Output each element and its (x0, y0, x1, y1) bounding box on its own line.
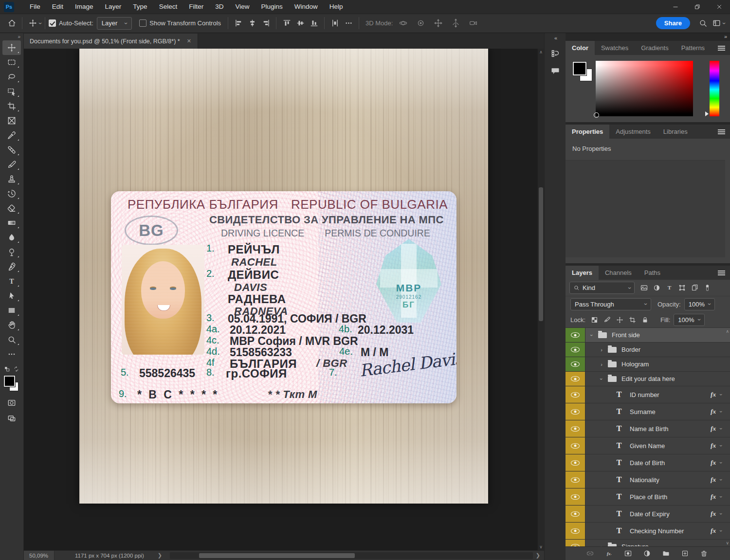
foreground-color[interactable] (4, 376, 15, 387)
align-bottom-icon[interactable] (307, 17, 321, 30)
layer-effects-icon[interactable]: fx (711, 493, 716, 501)
more-options-icon[interactable] (342, 17, 355, 30)
menu-file[interactable]: File (24, 0, 46, 14)
color-panel-menu-icon[interactable] (718, 48, 725, 49)
layer-effects-icon[interactable]: fx (711, 510, 716, 518)
shape-filter-icon[interactable] (676, 282, 688, 294)
brush-tool[interactable] (2, 157, 21, 172)
tab-color[interactable]: Color (566, 41, 595, 55)
lock-paint-icon[interactable] (602, 314, 612, 325)
type-filter-icon[interactable]: T (663, 282, 675, 294)
auto-select-target-dropdown[interactable]: Layer› (97, 17, 132, 30)
type-tool[interactable]: T (2, 274, 21, 289)
menu-select[interactable]: Select (153, 0, 183, 14)
expand-effects-icon[interactable]: › (718, 462, 724, 464)
auto-select-checkbox[interactable] (49, 19, 56, 27)
vertical-scroll-thumb[interactable] (539, 187, 543, 321)
pen-tool[interactable] (2, 259, 21, 274)
filter-toggle[interactable] (701, 282, 713, 294)
clone-stamp-tool[interactable] (2, 172, 21, 186)
comments-icon[interactable] (545, 62, 566, 80)
screen-mode-icon[interactable] (2, 411, 21, 426)
tab-gradients[interactable]: Gradients (635, 41, 675, 55)
object-selection-tool[interactable] (2, 84, 21, 99)
swap-colors-icon[interactable] (13, 366, 19, 372)
default-colors-icon[interactable] (4, 366, 10, 372)
3d-roll-icon[interactable] (414, 17, 427, 30)
color-field-marker[interactable] (594, 112, 599, 118)
quick-mask-icon[interactable] (2, 396, 21, 410)
menu-layer[interactable]: Layer (99, 0, 128, 14)
layer-row-nationality[interactable]: TNationalityfx› (566, 471, 730, 488)
minimize-button[interactable] (664, 0, 686, 14)
align-center-horizontal-icon[interactable] (245, 17, 259, 30)
home-icon[interactable] (5, 17, 18, 30)
scroll-up-icon[interactable]: ∧ (538, 49, 544, 55)
layer-row-front-side[interactable]: ›Front side (566, 328, 730, 343)
dodge-tool[interactable] (2, 245, 21, 259)
document-tab[interactable]: Documents for you.psd @ 50,1% (Front sid… (23, 34, 198, 49)
align-center-vertical-icon[interactable] (293, 17, 307, 30)
layer-visibility-toggle[interactable] (566, 343, 585, 357)
layer-row-given-name[interactable]: TGiven Namefx› (566, 437, 730, 454)
canvas-viewport[interactable]: РЕПУБЛИКА БЪЛГАРИЯ REPUBLIC OF BULGARIA … (23, 49, 544, 550)
new-layer-icon[interactable] (679, 548, 690, 559)
expand-group-icon[interactable]: › (599, 347, 604, 353)
menu-edit[interactable]: Edit (46, 0, 69, 14)
adjustment-layer-icon[interactable] (641, 548, 652, 559)
layer-visibility-toggle[interactable] (566, 454, 585, 471)
3d-slide-icon[interactable] (449, 17, 462, 30)
expand-group-icon[interactable]: › (599, 544, 604, 547)
layer-effects-icon[interactable]: fx (711, 527, 716, 535)
path-selection-tool[interactable] (2, 289, 21, 303)
layer-visibility-toggle[interactable] (566, 506, 585, 522)
layers-panel-menu-icon[interactable] (718, 272, 725, 273)
layer-filter-kind-dropdown[interactable]: Kind › (569, 282, 635, 294)
layer-visibility-toggle[interactable] (566, 437, 585, 454)
delete-layer-icon[interactable] (698, 548, 709, 559)
hand-tool[interactable] (2, 318, 21, 332)
layer-visibility-toggle[interactable] (566, 523, 585, 539)
layer-row-name-at-birth[interactable]: TName at Birthfx› (566, 420, 730, 437)
more-tools[interactable] (2, 347, 21, 361)
search-icon[interactable] (696, 17, 710, 30)
marquee-tool[interactable] (2, 55, 21, 70)
layer-visibility-toggle[interactable] (566, 328, 585, 342)
tab-properties[interactable]: Properties (566, 125, 609, 139)
expand-effects-icon[interactable]: › (718, 411, 724, 413)
layer-visibility-toggle[interactable] (566, 471, 585, 488)
healing-brush-tool[interactable] (2, 143, 21, 157)
expand-effects-icon[interactable]: › (718, 496, 724, 498)
close-tab-icon[interactable]: ✕ (187, 38, 191, 44)
close-button[interactable] (708, 0, 730, 14)
lock-all-icon[interactable] (639, 314, 650, 325)
adjustment-filter-icon[interactable] (651, 282, 662, 294)
layer-visibility-toggle[interactable] (566, 357, 585, 371)
layer-row-id-number[interactable]: TID numberfx› (566, 386, 730, 403)
menu-view[interactable]: View (229, 0, 255, 14)
menu-window[interactable]: Window (289, 0, 324, 14)
layer-visibility-toggle[interactable] (566, 540, 585, 546)
layer-effects-icon[interactable]: fx (711, 391, 716, 398)
eyedropper-tool[interactable] (2, 128, 21, 143)
layer-visibility-toggle[interactable] (566, 372, 585, 386)
layer-effects-icon[interactable]: fx (711, 442, 716, 450)
layer-row-place-of-birth[interactable]: TPlace of Birthfx› (566, 488, 730, 506)
layer-row-date-of-birth[interactable]: TDate of Birthfx› (566, 454, 730, 471)
zoom-level-field[interactable]: 50,09% (23, 551, 55, 560)
distribute-horizontal-icon[interactable] (328, 17, 342, 30)
frame-tool[interactable] (2, 113, 21, 128)
layer-row-date-of-expiry[interactable]: TDate of Expiryfx› (566, 506, 730, 523)
restore-button[interactable] (686, 0, 708, 14)
layer-row-checking-nnumber[interactable]: TChecking Nnumberfx› (566, 523, 730, 540)
expand-effects-icon[interactable]: › (718, 445, 724, 447)
3d-camera-icon[interactable] (466, 17, 480, 30)
layer-effects-icon[interactable]: fx (711, 476, 716, 484)
collapse-group-icon[interactable]: › (589, 333, 595, 338)
expand-effects-icon[interactable]: › (718, 479, 724, 481)
eraser-tool[interactable] (2, 201, 21, 216)
3d-pan-icon[interactable] (431, 17, 445, 30)
rectangle-tool[interactable] (2, 303, 21, 318)
move-tool[interactable] (2, 40, 21, 55)
properties-panel-menu-icon[interactable] (718, 131, 725, 132)
